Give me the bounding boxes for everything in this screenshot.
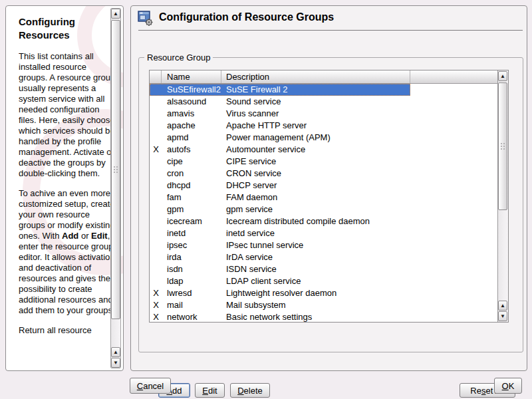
edit-button[interactable]: Edit (195, 383, 225, 398)
row-active-flag (150, 228, 162, 239)
row-description: IrDA service (221, 252, 410, 263)
row-description: Power management (APM) (221, 132, 410, 143)
row-highlight-area: dhcpd DHCP server (150, 180, 410, 192)
column-header-name[interactable]: Name (162, 70, 221, 83)
row-name: inetd (162, 228, 221, 239)
resource-group-box: Resource Group Name Description SuSEfire… (138, 57, 523, 352)
cancel-button[interactable]: Cancel (130, 378, 171, 394)
table-row[interactable]: ipsec IPsec tunnel service (150, 239, 497, 251)
row-highlight-area: isdn ISDN service (150, 263, 410, 275)
row-description: CRON service (221, 168, 410, 179)
scroll-up-icon[interactable]: ▲ (498, 301, 507, 311)
help-text: Configuring Resources This list contains… (19, 15, 116, 371)
column-header-active[interactable] (150, 70, 162, 83)
help-paragraph-3: Return all resource (19, 325, 116, 336)
row-description: Automounter service (221, 144, 410, 155)
scroll-up-icon[interactable]: ▲ (111, 347, 120, 357)
table-row[interactable]: icecream Icecream distributed compile da… (150, 215, 497, 227)
column-header-description[interactable]: Description (221, 70, 410, 83)
table-row[interactable]: cron CRON service (150, 168, 497, 180)
row-highlight-area: ipsec IPsec tunnel service (150, 239, 410, 251)
delete-button[interactable]: Delete (230, 383, 270, 398)
scroll-down-icon[interactable]: ▼ (111, 358, 120, 368)
row-active-flag (150, 84, 162, 95)
table-row[interactable]: cipe CIPE service (150, 156, 497, 168)
resource-table[interactable]: Name Description SuSEfirewall2 SuSE Fire… (149, 70, 509, 323)
row-name: ipsec (162, 240, 221, 251)
row-name: gpm (162, 204, 221, 215)
help-paragraph-2: To achive an even more customized setup,… (19, 188, 116, 316)
page-title: Configuration of Resource Groups (159, 11, 334, 23)
table-body: SuSEfirewall2 SuSE Firewall 2 alsasound … (150, 84, 497, 322)
table-row[interactable]: ldap LDAP client service (150, 275, 497, 287)
scroll-up-icon[interactable]: ▲ (498, 71, 507, 81)
row-active-flag: X (150, 300, 162, 311)
row-highlight-area: ldap LDAP client service (150, 275, 410, 287)
row-active-flag: X (150, 312, 162, 322)
row-highlight-area: amavis Virus scanner (150, 108, 410, 120)
scrollbar-grip (113, 166, 119, 174)
row-name: mail (162, 300, 221, 311)
row-active-flag (150, 204, 162, 215)
table-scrollbar[interactable]: ▲ ▲ ▼ (497, 70, 508, 322)
table-row[interactable]: fam FAM daemon (150, 192, 497, 203)
row-description: Basic network settings (221, 312, 410, 322)
row-active-flag (150, 180, 162, 191)
row-active-flag: X (150, 144, 162, 155)
group-box-label: Resource Group (144, 53, 213, 63)
row-active-flag (150, 240, 162, 251)
table-row[interactable]: gpm gpm service (150, 203, 497, 215)
table-row[interactable]: dhcpd DHCP server (150, 180, 497, 192)
table-row[interactable]: alsasound Sound service (150, 96, 497, 108)
row-name: apmd (162, 132, 221, 143)
main-header: Configuration of Resource Groups (131, 6, 527, 33)
table-row[interactable]: X network Basic network settings (150, 311, 497, 322)
row-description: CIPE service (221, 156, 410, 167)
help-heading: Configuring Resources (19, 15, 116, 42)
scroll-down-icon[interactable]: ▼ (498, 311, 507, 321)
row-description: Apache HTTP server (221, 120, 410, 131)
table-row[interactable]: X lwresd Lightweight resolver daemon (150, 287, 497, 299)
row-active-flag (150, 276, 162, 287)
table-row[interactable]: X autofs Automounter service (150, 144, 497, 156)
row-highlight-area: irda IrDA service (150, 251, 410, 263)
row-active-flag (150, 168, 162, 179)
table-row[interactable]: X mail Mail subsystem (150, 299, 497, 311)
scroll-up-icon[interactable]: ▲ (111, 9, 120, 19)
table-row[interactable]: irda IrDA service (150, 251, 497, 263)
help-scrollbar[interactable]: ▲ ▲ ▼ (110, 8, 121, 368)
column-header-filler (410, 70, 497, 83)
row-highlight-area: icecream Icecream distributed compile da… (150, 215, 410, 227)
table-scrollbar-thumb[interactable] (498, 82, 507, 210)
row-active-flag (150, 96, 162, 107)
row-description: Mail subsystem (221, 300, 410, 311)
help-scrollbar-thumb[interactable] (111, 20, 120, 319)
table-row[interactable]: SuSEfirewall2 SuSE Firewall 2 (150, 84, 497, 96)
row-description: DHCP server (221, 180, 410, 191)
row-active-flag (150, 216, 162, 227)
row-active-flag (150, 108, 162, 119)
help-paragraph-1: This list contains all installed resourc… (19, 51, 116, 179)
row-name: isdn (162, 264, 221, 275)
table-row[interactable]: isdn ISDN service (150, 263, 497, 275)
row-description: Lightweight resolver daemon (221, 288, 410, 299)
row-highlight-area: X autofs Automounter service (150, 144, 410, 156)
title-separator (138, 30, 523, 31)
table-row[interactable]: apache Apache HTTP server (150, 120, 497, 132)
row-description: IPsec tunnel service (221, 240, 410, 251)
table-row[interactable]: inetd inetd service (150, 227, 497, 239)
row-name: apache (162, 120, 221, 131)
row-active-flag (150, 264, 162, 275)
row-description: inetd service (221, 228, 410, 239)
ok-button[interactable]: OK (494, 378, 522, 394)
row-active-flag (150, 156, 162, 167)
row-name: cipe (162, 156, 221, 167)
row-highlight-area: X lwresd Lightweight resolver daemon (150, 287, 410, 299)
row-name: amavis (162, 108, 221, 119)
row-active-flag (150, 132, 162, 143)
row-name: alsasound (162, 96, 221, 107)
table-row[interactable]: amavis Virus scanner (150, 108, 497, 120)
table-row[interactable]: apmd Power management (APM) (150, 132, 497, 144)
row-highlight-area: SuSEfirewall2 SuSE Firewall 2 (150, 84, 410, 96)
table-header: Name Description (150, 70, 497, 84)
